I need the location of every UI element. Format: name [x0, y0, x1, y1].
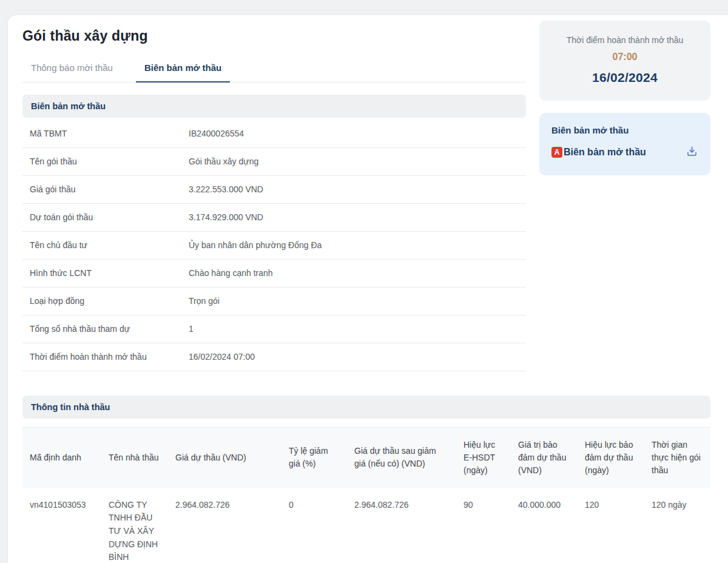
- record-row: Dự toán gói thầu 3.174.929.000 VND: [22, 204, 526, 232]
- record-row: Hình thức LCNT Chào hàng cạnh tranh: [22, 260, 526, 288]
- table-header-row: Mã định danh Tên nhà thầu Giá dự thầu (V…: [22, 427, 710, 488]
- record-label: Tên gói thầu: [30, 157, 189, 166]
- contractor-id: vn4101503053: [22, 488, 101, 563]
- contractor-price-after-discount: 2.964.082.726: [347, 488, 456, 563]
- tab-bar: Thông báo mời thầu Biên bản mở thầu: [22, 60, 526, 83]
- col-header-ma-dinh-danh: Mã định danh: [22, 427, 101, 488]
- contractors-section-header: Thông tin nhà thầu: [22, 396, 710, 419]
- col-header-hieu-luc-ehsdt: Hiệu lực E-HSDT (ngày): [456, 427, 511, 488]
- record-label: Giá gói thầu: [30, 184, 189, 194]
- record-label: Loại hợp đồng: [30, 296, 189, 306]
- col-header-thoi-gian-thuc-hien: Thời gian thực hiện gói thầu: [644, 427, 710, 488]
- record-section-header: Biên bản mở thầu: [22, 95, 526, 118]
- record-label: Thời điểm hoàn thành mở thầu: [30, 352, 189, 362]
- contractor-discount: 0: [281, 488, 347, 563]
- tab-thong-bao-moi-thau[interactable]: Thông báo mời thầu: [22, 60, 121, 82]
- col-header-gia-du-thau: Giá dự thầu (VND): [168, 427, 281, 488]
- contractor-guarantee-value: 40.000.000: [511, 488, 578, 563]
- page-title: Gói thầu xây dựng: [22, 28, 526, 44]
- record-value: 3.222.553.000 VND: [189, 184, 263, 194]
- record-label: Tên chủ đầu tư: [30, 240, 189, 250]
- bid-record-download-card: Biên bản mở thầu A Biên bản mở thầu: [539, 113, 710, 175]
- pdf-file-icon: A: [551, 147, 562, 158]
- record-row: Tên gói thầu Gói thầu xây dựng: [22, 148, 526, 176]
- record-value: Gói thầu xây dựng: [189, 157, 258, 166]
- contractor-guarantee-validity: 120: [578, 488, 644, 563]
- download-card-title: Biên bản mở thầu: [551, 125, 698, 135]
- tab-bien-ban-mo-thau[interactable]: Biên bản mở thầu: [136, 60, 230, 83]
- contractor-duration: 120 ngày: [644, 488, 710, 563]
- opening-time-card: Thời điểm hoàn thành mở thầu 07:00 16/02…: [539, 21, 710, 101]
- record-value: 1: [189, 324, 194, 334]
- record-row: Mã TBMT IB2400026554: [22, 120, 526, 148]
- opening-time-value: 07:00: [549, 52, 701, 62]
- record-row: Tên chủ đầu tư Ủy ban nhân dân phường Đố…: [22, 232, 526, 260]
- col-header-gia-sau-giam-gia: Giá dự thầu sau giảm giá (nếu có) (VND): [347, 427, 456, 488]
- col-header-gia-tri-bao-dam: Giá trị bảo đảm dự thầu (VND): [511, 427, 578, 488]
- col-header-ty-le-giam-gia: Tỷ lệ giảm giá (%): [281, 427, 347, 488]
- contractor-bid-price: 2.964.082.726: [168, 488, 281, 563]
- record-label: Dự toán gói thầu: [30, 212, 189, 222]
- contractor-name: CÔNG TY TNHH ĐẦU TƯ VÀ XÂY DỰNG ĐỊNH BÌN…: [101, 488, 168, 563]
- content-card: Gói thầu xây dựng Thông báo mời thầu Biê…: [7, 15, 728, 563]
- record-value: Chào hàng cạnh tranh: [189, 268, 273, 278]
- record-row: Loại hợp đồng Trọn gói: [22, 288, 526, 315]
- pdf-file-link[interactable]: Biên bản mở thầu: [564, 147, 646, 158]
- opening-time-label: Thời điểm hoàn thành mở thầu: [549, 35, 701, 45]
- record-row: Thời điểm hoàn thành mở thầu 16/02/2024 …: [22, 343, 526, 371]
- contractor-validity: 90: [456, 488, 511, 563]
- record-value: Ủy ban nhân dân phường Đống Đa: [189, 240, 322, 250]
- record-value: IB2400026554: [189, 129, 244, 138]
- contractor-row: vn4101503053 CÔNG TY TNHH ĐẦU TƯ VÀ XÂY …: [22, 488, 710, 563]
- record-label: Mã TBMT: [30, 129, 189, 138]
- record-row: Giá gói thầu 3.222.553.000 VND: [22, 176, 526, 204]
- record-value: 3.174.929.000 VND: [189, 212, 263, 222]
- col-header-hieu-luc-bao-dam: Hiệu lực bảo đảm dự thầu (ngày): [578, 427, 644, 488]
- download-icon: [686, 145, 698, 160]
- record-value: Trọn gói: [189, 296, 220, 306]
- contractors-table: Mã định danh Tên nhà thầu Giá dự thầu (V…: [22, 427, 710, 563]
- record-value: 16/02/2024 07:00: [189, 352, 255, 362]
- pdf-file-row: A Biên bản mở thầu: [551, 145, 698, 160]
- record-row: Tổng số nhà thầu tham dự 1: [22, 315, 526, 343]
- record-details: Mã TBMT IB2400026554 Tên gói thầu Gói th…: [22, 120, 526, 371]
- record-label: Hình thức LCNT: [30, 268, 189, 278]
- opening-date-value: 16/02/2024: [549, 70, 701, 85]
- download-button[interactable]: [686, 145, 698, 160]
- col-header-ten-nha-thau: Tên nhà thầu: [101, 427, 168, 488]
- record-label: Tổng số nhà thầu tham dự: [30, 324, 189, 334]
